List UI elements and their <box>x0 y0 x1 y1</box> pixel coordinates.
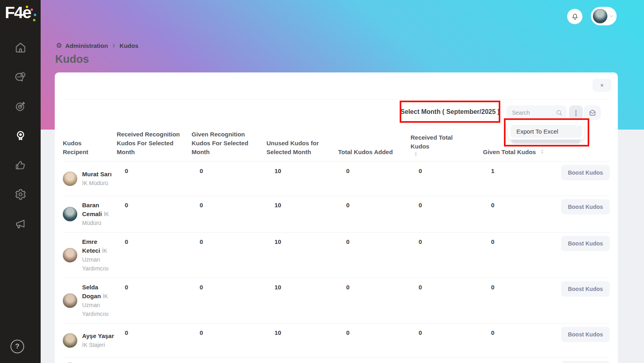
breadcrumb-chevron-icon <box>111 43 116 48</box>
given-recognition-value: 0 <box>192 358 266 363</box>
chat-icon <box>14 71 27 83</box>
col-unused-kudos: Unused Kudos for Selected Month <box>266 139 338 157</box>
logo-dot-blue <box>34 14 36 16</box>
recipient-name: Murat Sarı <box>82 171 111 177</box>
kudos-card: × Select Month ( September/2025 ) ⋮ Expo… <box>55 72 618 363</box>
breadcrumb-administration[interactable]: Administration <box>65 42 108 49</box>
table-row: Ayşe Yaşar İK Stajeri 0 0 10 0 0 0 Boost… <box>63 323 610 357</box>
breadcrumb: ⚙ Administration Kudos <box>56 41 138 50</box>
table-row: Emre Keteci İK Uzman Yardımcısı 0 0 10 0… <box>63 232 610 278</box>
user-menu[interactable] <box>591 7 617 25</box>
user-avatar <box>593 9 607 23</box>
total-added-value: 0 <box>338 162 411 196</box>
unused-kudos-value: 10 <box>266 324 338 357</box>
col-kudos-recipient: Kudos Recipent <box>63 139 117 157</box>
logo-dot-pink <box>31 8 33 11</box>
given-total-value: 1 <box>483 162 556 196</box>
table-row: Murat Sarı İK Müdürü 0 0 10 0 0 1 Boost … <box>63 161 610 196</box>
bell-icon <box>571 13 579 21</box>
boost-kudos-button[interactable]: Boost Kudos <box>561 361 610 363</box>
avatar <box>63 293 77 308</box>
col-given-recognition: Given Recognition Kudos For Selected Mon… <box>192 130 266 157</box>
total-added-value: 0 <box>338 196 411 232</box>
logo-dot-green <box>33 19 35 21</box>
total-added-value: 0 <box>338 233 411 278</box>
search-box <box>506 105 567 120</box>
col-given-total-kudos[interactable]: Given Total Kudos <box>483 148 556 157</box>
recipient-name: Emre Keteci <box>82 238 100 254</box>
given-recognition-value: 0 <box>192 233 266 278</box>
card-divider <box>62 99 610 100</box>
received-recognition-value: 0 <box>117 233 192 278</box>
sidebar-item-goals[interactable] <box>13 99 28 113</box>
sidebar-item-kudos[interactable] <box>13 128 28 143</box>
export-to-excel-item[interactable]: Export To Excel <box>510 125 582 138</box>
boost-kudos-button[interactable]: Boost Kudos <box>561 327 610 342</box>
received-recognition-value: 0 <box>117 278 192 323</box>
received-total-value: 0 <box>411 324 483 357</box>
settings-icon <box>14 188 27 200</box>
avatar <box>63 207 77 221</box>
sidebar-item-likes[interactable] <box>13 158 28 172</box>
more-options-button[interactable]: ⋮ <box>569 105 583 120</box>
sidebar: F4e ? <box>0 0 41 363</box>
received-total-value: 0 <box>411 162 483 196</box>
select-month-button[interactable]: Select Month ( September/2025 ) <box>400 101 500 123</box>
sidebar-item-home[interactable] <box>13 40 28 55</box>
target-icon <box>14 100 27 112</box>
col-received-recognition: Received Recognition Kudos For Selected … <box>117 130 192 157</box>
avatar <box>63 171 77 186</box>
close-button[interactable]: × <box>592 79 611 92</box>
received-recognition-value: 0 <box>117 358 192 363</box>
sidebar-item-chat[interactable] <box>13 70 28 84</box>
kudos-table: Kudos Recipent Received Recognition Kudo… <box>63 129 610 363</box>
sidebar-item-announcements[interactable] <box>13 217 28 231</box>
boost-kudos-button[interactable]: Boost Kudos <box>561 199 610 214</box>
kudos-medal-icon <box>14 130 27 142</box>
unused-kudos-value: 10 <box>266 233 338 278</box>
boost-kudos-button[interactable]: Boost Kudos <box>561 281 610 297</box>
received-total-value: 0 <box>411 233 483 278</box>
total-added-value: 0 <box>338 358 411 363</box>
col-received-total-kudos[interactable]: Received Total Kudos <box>411 133 483 157</box>
recipient-title: İK Müdürü <box>82 180 108 186</box>
chevron-down-icon <box>609 13 614 19</box>
notifications-button[interactable] <box>567 9 582 24</box>
sidebar-item-settings[interactable] <box>13 187 28 202</box>
sort-icon[interactable] <box>540 149 544 154</box>
total-added-value: 0 <box>338 278 411 323</box>
search-input[interactable] <box>512 109 556 116</box>
received-total-value: 0 <box>411 196 483 232</box>
table-row: Selda Dogan İK Uzman Yardımcısı 0 0 10 0… <box>63 278 610 323</box>
thumbs-up-icon <box>14 159 27 171</box>
given-recognition-value: 0 <box>192 278 266 323</box>
home-icon <box>14 41 27 54</box>
help-icon: ? <box>15 342 19 351</box>
logo-dot-yellow <box>26 6 28 8</box>
given-recognition-value: 0 <box>192 196 266 232</box>
given-total-value: 0 <box>483 196 556 232</box>
given-recognition-value: 0 <box>192 162 266 196</box>
unused-kudos-value: 10 <box>266 162 338 196</box>
boost-kudos-button[interactable]: Boost Kudos <box>561 236 610 251</box>
breadcrumb-kudos[interactable]: Kudos <box>120 42 138 49</box>
given-total-value: 0 <box>483 233 556 278</box>
given-total-value: 0 <box>483 278 556 323</box>
mail-button[interactable] <box>584 105 601 120</box>
unused-kudos-value: 10 <box>266 278 338 323</box>
table-row: Işıl Ok İK 0 0 10 0 0 0 Boost Kudos <box>63 357 610 363</box>
avatar <box>63 248 77 262</box>
received-total-value: 0 <box>411 358 483 363</box>
megaphone-icon <box>14 218 27 230</box>
avatar <box>63 333 77 348</box>
received-recognition-value: 0 <box>117 196 192 232</box>
administration-gear-icon: ⚙ <box>56 41 62 50</box>
boost-kudos-button[interactable]: Boost Kudos <box>561 165 610 180</box>
app-logo[interactable]: F4e <box>5 3 39 27</box>
help-button[interactable]: ? <box>10 340 24 353</box>
unused-kudos-value: 10 <box>266 196 338 232</box>
col-total-kudos-added: Total Kudos Added <box>338 148 411 157</box>
received-recognition-value: 0 <box>117 162 192 196</box>
sort-icon[interactable] <box>414 152 472 157</box>
recipient-title: İK Stajeri <box>82 342 105 348</box>
